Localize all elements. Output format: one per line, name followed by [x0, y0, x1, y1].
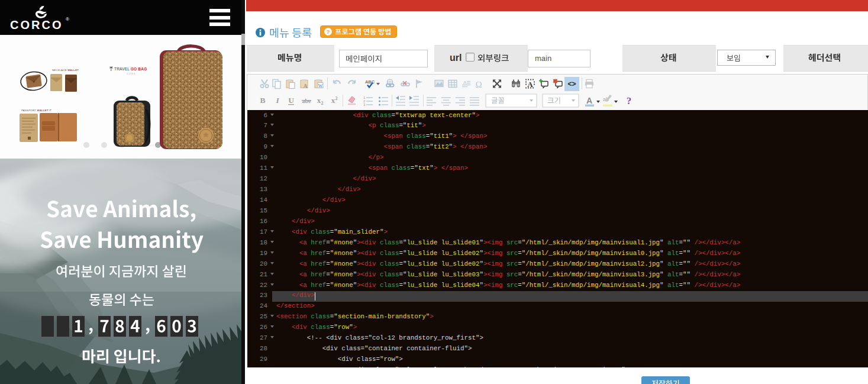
- svg-text:3: 3: [363, 103, 366, 107]
- svg-text:I: I: [275, 96, 279, 105]
- svg-text:W: W: [318, 83, 323, 89]
- svg-text:B: B: [260, 96, 265, 105]
- svg-text:TRAVEL GO BAG: TRAVEL GO BAG: [114, 67, 147, 71]
- svg-text:NECKLACE WALLET: NECKLACE WALLET: [52, 69, 79, 72]
- svg-text:A: A: [586, 96, 592, 105]
- svg-text:A: A: [303, 83, 308, 89]
- svg-text:ABC: ABC: [365, 79, 375, 85]
- svg-text:PASSPORT WALLET 7': PASSPORT WALLET 7': [21, 109, 52, 112]
- svg-text:?: ?: [627, 95, 632, 107]
- svg-text:CORK: CORK: [127, 73, 136, 75]
- svg-text:abe: abe: [302, 98, 312, 104]
- svg-text:Ω: Ω: [475, 80, 482, 89]
- svg-text:U: U: [288, 96, 294, 105]
- svg-text:2: 2: [321, 101, 324, 106]
- svg-text:A: A: [463, 80, 467, 85]
- svg-text:<>: <>: [567, 80, 576, 88]
- svg-text:A: A: [527, 80, 533, 89]
- svg-text:?: ?: [327, 28, 330, 35]
- svg-text:2: 2: [335, 96, 338, 101]
